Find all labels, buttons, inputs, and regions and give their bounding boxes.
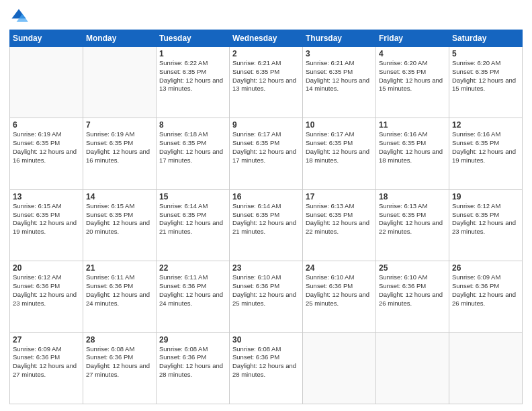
day-number: 22 xyxy=(159,263,226,273)
logo xyxy=(9,7,31,26)
day-info: Sunrise: 6:19 AM Sunset: 6:35 PM Dayligh… xyxy=(13,130,80,165)
weekday-header-tuesday: Tuesday xyxy=(157,30,230,47)
day-number: 3 xyxy=(306,49,373,58)
logo-icon xyxy=(9,7,28,26)
week-row-1: 1Sunrise: 6:22 AM Sunset: 6:35 PM Daylig… xyxy=(10,47,523,118)
calendar-cell: 8Sunrise: 6:18 AM Sunset: 6:35 PM Daylig… xyxy=(157,118,230,189)
calendar-cell: 20Sunrise: 6:12 AM Sunset: 6:36 PM Dayli… xyxy=(10,261,83,332)
day-number: 19 xyxy=(452,192,519,201)
day-info: Sunrise: 6:21 AM Sunset: 6:35 PM Dayligh… xyxy=(306,59,373,93)
day-number: 30 xyxy=(232,335,300,345)
day-info: Sunrise: 6:13 AM Sunset: 6:35 PM Dayligh… xyxy=(379,202,446,236)
calendar-cell xyxy=(376,332,449,404)
day-number: 21 xyxy=(86,263,153,273)
calendar-cell: 24Sunrise: 6:10 AM Sunset: 6:36 PM Dayli… xyxy=(303,261,376,332)
day-info: Sunrise: 6:14 AM Sunset: 6:35 PM Dayligh… xyxy=(159,202,226,236)
day-info: Sunrise: 6:22 AM Sunset: 6:35 PM Dayligh… xyxy=(159,59,226,93)
calendar-cell: 2Sunrise: 6:21 AM Sunset: 6:35 PM Daylig… xyxy=(230,47,303,118)
day-info: Sunrise: 6:16 AM Sunset: 6:35 PM Dayligh… xyxy=(452,130,519,165)
day-info: Sunrise: 6:14 AM Sunset: 6:35 PM Dayligh… xyxy=(232,202,300,236)
calendar-cell xyxy=(449,332,523,404)
day-number: 25 xyxy=(379,263,446,273)
calendar-cell: 4Sunrise: 6:20 AM Sunset: 6:35 PM Daylig… xyxy=(376,47,449,118)
day-info: Sunrise: 6:10 AM Sunset: 6:36 PM Dayligh… xyxy=(306,273,373,308)
calendar-cell: 14Sunrise: 6:15 AM Sunset: 6:35 PM Dayli… xyxy=(83,189,157,261)
day-number: 5 xyxy=(452,49,519,58)
day-number: 23 xyxy=(232,263,300,273)
calendar-cell xyxy=(303,332,376,404)
day-number: 27 xyxy=(13,335,80,345)
calendar-cell: 30Sunrise: 6:08 AM Sunset: 6:36 PM Dayli… xyxy=(230,332,303,404)
calendar-cell xyxy=(83,47,157,118)
day-number: 13 xyxy=(13,192,80,201)
day-info: Sunrise: 6:09 AM Sunset: 6:36 PM Dayligh… xyxy=(13,345,80,379)
weekday-header-friday: Friday xyxy=(376,30,449,47)
weekday-header-wednesday: Wednesday xyxy=(230,30,303,47)
day-info: Sunrise: 6:17 AM Sunset: 6:35 PM Dayligh… xyxy=(232,130,300,165)
calendar-cell: 25Sunrise: 6:10 AM Sunset: 6:36 PM Dayli… xyxy=(376,261,449,332)
calendar-cell: 17Sunrise: 6:13 AM Sunset: 6:35 PM Dayli… xyxy=(303,189,376,261)
calendar-cell: 29Sunrise: 6:08 AM Sunset: 6:36 PM Dayli… xyxy=(157,332,230,404)
calendar-cell: 9Sunrise: 6:17 AM Sunset: 6:35 PM Daylig… xyxy=(230,118,303,189)
day-info: Sunrise: 6:17 AM Sunset: 6:35 PM Dayligh… xyxy=(306,130,373,165)
day-info: Sunrise: 6:08 AM Sunset: 6:36 PM Dayligh… xyxy=(86,345,153,379)
weekday-header-row: SundayMondayTuesdayWednesdayThursdayFrid… xyxy=(10,30,523,47)
day-info: Sunrise: 6:08 AM Sunset: 6:36 PM Dayligh… xyxy=(159,345,226,379)
calendar-cell xyxy=(10,47,83,118)
page: SundayMondayTuesdayWednesdayThursdayFrid… xyxy=(0,0,532,411)
day-number: 15 xyxy=(159,192,226,201)
day-number: 9 xyxy=(232,120,300,130)
day-info: Sunrise: 6:12 AM Sunset: 6:35 PM Dayligh… xyxy=(452,202,519,236)
day-info: Sunrise: 6:12 AM Sunset: 6:36 PM Dayligh… xyxy=(13,273,80,308)
day-number: 4 xyxy=(379,49,446,58)
calendar-cell: 12Sunrise: 6:16 AM Sunset: 6:35 PM Dayli… xyxy=(449,118,523,189)
day-info: Sunrise: 6:13 AM Sunset: 6:35 PM Dayligh… xyxy=(306,202,373,236)
calendar-cell: 11Sunrise: 6:16 AM Sunset: 6:35 PM Dayli… xyxy=(376,118,449,189)
day-number: 11 xyxy=(379,120,446,130)
day-info: Sunrise: 6:16 AM Sunset: 6:35 PM Dayligh… xyxy=(379,130,446,165)
day-number: 16 xyxy=(232,192,300,201)
calendar-cell: 1Sunrise: 6:22 AM Sunset: 6:35 PM Daylig… xyxy=(157,47,230,118)
day-info: Sunrise: 6:09 AM Sunset: 6:36 PM Dayligh… xyxy=(452,273,519,308)
day-number: 29 xyxy=(159,335,226,345)
day-info: Sunrise: 6:11 AM Sunset: 6:36 PM Dayligh… xyxy=(86,273,153,308)
calendar-cell: 23Sunrise: 6:10 AM Sunset: 6:36 PM Dayli… xyxy=(230,261,303,332)
weekday-header-sunday: Sunday xyxy=(10,30,83,47)
week-row-3: 13Sunrise: 6:15 AM Sunset: 6:35 PM Dayli… xyxy=(10,189,523,261)
weekday-header-saturday: Saturday xyxy=(449,30,523,47)
weekday-header-thursday: Thursday xyxy=(303,30,376,47)
day-number: 1 xyxy=(159,49,226,58)
calendar-cell: 15Sunrise: 6:14 AM Sunset: 6:35 PM Dayli… xyxy=(157,189,230,261)
day-number: 10 xyxy=(306,120,373,130)
calendar-cell: 28Sunrise: 6:08 AM Sunset: 6:36 PM Dayli… xyxy=(83,332,157,404)
day-info: Sunrise: 6:20 AM Sunset: 6:35 PM Dayligh… xyxy=(452,59,519,93)
week-row-4: 20Sunrise: 6:12 AM Sunset: 6:36 PM Dayli… xyxy=(10,261,523,332)
week-row-5: 27Sunrise: 6:09 AM Sunset: 6:36 PM Dayli… xyxy=(10,332,523,404)
calendar-cell: 16Sunrise: 6:14 AM Sunset: 6:35 PM Dayli… xyxy=(230,189,303,261)
day-number: 26 xyxy=(452,263,519,273)
calendar-cell: 26Sunrise: 6:09 AM Sunset: 6:36 PM Dayli… xyxy=(449,261,523,332)
day-info: Sunrise: 6:21 AM Sunset: 6:35 PM Dayligh… xyxy=(232,59,300,93)
calendar-cell: 13Sunrise: 6:15 AM Sunset: 6:35 PM Dayli… xyxy=(10,189,83,261)
day-info: Sunrise: 6:10 AM Sunset: 6:36 PM Dayligh… xyxy=(232,273,300,308)
day-number: 17 xyxy=(306,192,373,201)
calendar-cell: 19Sunrise: 6:12 AM Sunset: 6:35 PM Dayli… xyxy=(449,189,523,261)
day-info: Sunrise: 6:11 AM Sunset: 6:36 PM Dayligh… xyxy=(159,273,226,308)
day-info: Sunrise: 6:15 AM Sunset: 6:35 PM Dayligh… xyxy=(86,202,153,236)
weekday-header-monday: Monday xyxy=(83,30,157,47)
day-info: Sunrise: 6:20 AM Sunset: 6:35 PM Dayligh… xyxy=(379,59,446,93)
calendar-cell: 22Sunrise: 6:11 AM Sunset: 6:36 PM Dayli… xyxy=(157,261,230,332)
day-number: 20 xyxy=(13,263,80,273)
day-number: 8 xyxy=(159,120,226,130)
calendar-cell: 27Sunrise: 6:09 AM Sunset: 6:36 PM Dayli… xyxy=(10,332,83,404)
day-number: 24 xyxy=(306,263,373,273)
day-info: Sunrise: 6:15 AM Sunset: 6:35 PM Dayligh… xyxy=(13,202,80,236)
day-number: 7 xyxy=(86,120,153,130)
calendar-cell: 18Sunrise: 6:13 AM Sunset: 6:35 PM Dayli… xyxy=(376,189,449,261)
calendar-cell: 21Sunrise: 6:11 AM Sunset: 6:36 PM Dayli… xyxy=(83,261,157,332)
calendar-cell: 7Sunrise: 6:19 AM Sunset: 6:35 PM Daylig… xyxy=(83,118,157,189)
day-number: 2 xyxy=(232,49,300,58)
day-number: 18 xyxy=(379,192,446,201)
day-info: Sunrise: 6:19 AM Sunset: 6:35 PM Dayligh… xyxy=(86,130,153,165)
calendar-cell: 5Sunrise: 6:20 AM Sunset: 6:35 PM Daylig… xyxy=(449,47,523,118)
